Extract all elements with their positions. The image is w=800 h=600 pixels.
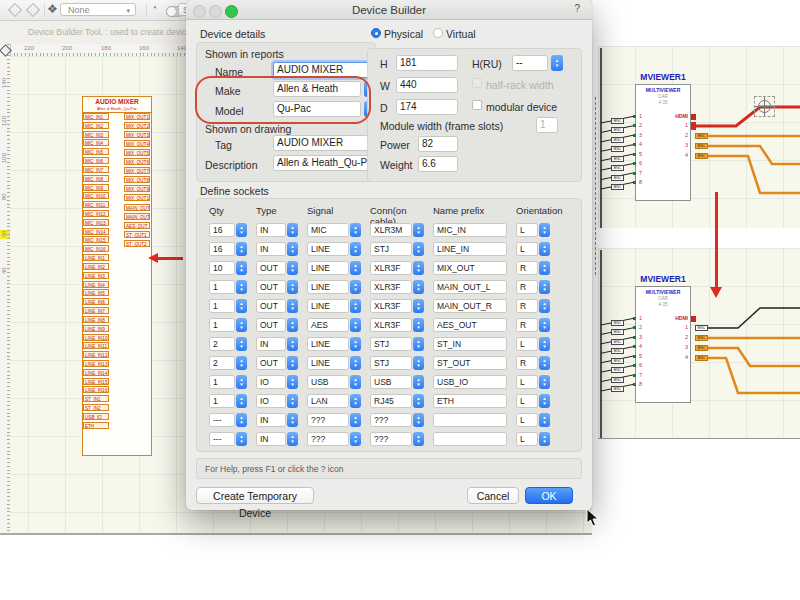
qty-stepper[interactable] [236,318,247,332]
qty-stepper[interactable] [236,261,247,275]
conn-stepper[interactable] [413,432,424,446]
orientation-stepper[interactable] [539,299,550,313]
orientation-field[interactable]: L [516,413,538,427]
conn-stepper[interactable] [413,299,424,313]
conn-stepper[interactable] [413,280,424,294]
qty-field[interactable]: 16 [209,242,235,256]
orientation-stepper[interactable] [539,337,550,351]
signal-stepper[interactable] [350,375,361,389]
type-field[interactable]: OUT [256,261,286,275]
orientation-stepper[interactable] [539,280,550,294]
conn-field[interactable]: XLR3F [370,280,412,294]
type-field[interactable]: IO [256,394,286,408]
qty-field[interactable]: 1 [209,394,235,408]
signal-field[interactable]: USB [307,375,349,389]
type-field[interactable]: IN [256,337,286,351]
type-stepper[interactable] [287,337,298,351]
modular-device-checkbox[interactable] [472,100,482,110]
type-field[interactable]: OUT [256,356,286,370]
type-field[interactable]: IO [256,375,286,389]
module-width-input[interactable]: 1 [536,117,558,133]
orientation-stepper[interactable] [539,261,550,275]
signal-stepper[interactable] [350,394,361,408]
crosshair-gizmo-icon[interactable] [754,96,775,117]
conn-stepper[interactable] [413,337,424,351]
conn-stepper[interactable] [413,413,424,427]
signal-field[interactable]: LINE [307,261,349,275]
orientation-stepper[interactable] [539,223,550,237]
orientation-stepper[interactable] [539,375,550,389]
qty-stepper[interactable] [236,280,247,294]
qty-stepper[interactable] [236,299,247,313]
type-field[interactable]: OUT [256,299,286,313]
type-field[interactable]: OUT [256,318,286,332]
layer-dropdown[interactable]: None ▾ [60,3,136,16]
orientation-field[interactable]: L [516,337,538,351]
qty-field[interactable]: 16 [209,223,235,237]
name-prefix-field[interactable]: USB_IO [433,375,507,389]
name-prefix-field[interactable]: MAIN_OUT_L [433,280,507,294]
hru-select[interactable]: -- [512,55,548,71]
name-prefix-field[interactable] [433,413,507,427]
conn-stepper[interactable] [413,318,424,332]
orientation-stepper[interactable] [539,394,550,408]
signal-field[interactable]: ??? [307,413,349,427]
qty-field[interactable]: 2 [209,337,235,351]
type-stepper[interactable] [287,356,298,370]
qty-field[interactable]: --- [209,413,235,427]
signal-stepper[interactable] [350,299,361,313]
d-input[interactable]: 174 [396,99,458,115]
signal-stepper[interactable] [350,413,361,427]
type-stepper[interactable] [287,223,298,237]
physical-radio[interactable] [371,28,381,38]
h-input[interactable]: 181 [396,55,458,71]
conn-field[interactable]: XLR3F [370,261,412,275]
orientation-field[interactable]: R [516,261,538,275]
orientation-stepper[interactable] [539,432,550,446]
cancel-button[interactable]: Cancel [467,487,519,504]
name-prefix-field[interactable]: ETH [433,394,507,408]
orientation-field[interactable]: R [516,299,538,313]
signal-field[interactable]: LINE [307,356,349,370]
signal-field[interactable]: MIC [307,223,349,237]
hru-stepper[interactable] [551,55,563,71]
type-field[interactable]: IN [256,242,286,256]
name-prefix-field[interactable]: MIX_OUT [433,261,507,275]
qty-field[interactable]: 1 [209,375,235,389]
orientation-stepper[interactable] [539,242,550,256]
conn-stepper[interactable] [413,242,424,256]
type-stepper[interactable] [287,394,298,408]
name-prefix-field[interactable]: ST_OUT [433,356,507,370]
qty-stepper[interactable] [236,242,247,256]
qty-field[interactable]: 10 [209,261,235,275]
type-stepper[interactable] [287,413,298,427]
type-stepper[interactable] [287,299,298,313]
qty-stepper[interactable] [236,356,247,370]
name-prefix-field[interactable]: LINE_IN [433,242,507,256]
qty-field[interactable]: 2 [209,356,235,370]
tag-input[interactable]: AUDIO MIXER [273,135,373,151]
qty-field[interactable]: 1 [209,318,235,332]
conn-field[interactable]: RJ45 [370,394,412,408]
w-input[interactable]: 440 [396,77,458,93]
virtual-radio[interactable] [433,28,443,38]
orientation-stepper[interactable] [539,413,550,427]
type-field[interactable]: IN [256,413,286,427]
signal-stepper[interactable] [350,318,361,332]
signal-field[interactable]: ??? [307,432,349,446]
name-prefix-field[interactable] [433,432,507,446]
orientation-stepper[interactable] [539,356,550,370]
orientation-field[interactable]: R [516,318,538,332]
signal-field[interactable]: LAN [307,394,349,408]
signal-stepper[interactable] [350,432,361,446]
help-icon[interactable]: ? [574,3,580,14]
name-prefix-field[interactable]: MAIN_OUT_R [433,299,507,313]
signal-field[interactable]: LINE [307,280,349,294]
orientation-field[interactable]: L [516,223,538,237]
type-stepper[interactable] [287,318,298,332]
conn-field[interactable]: XLR3F [370,318,412,332]
conn-field[interactable]: STJ [370,356,412,370]
qty-field[interactable]: --- [209,432,235,446]
conn-field[interactable]: STJ [370,242,412,256]
ok-button[interactable]: OK [525,487,573,504]
